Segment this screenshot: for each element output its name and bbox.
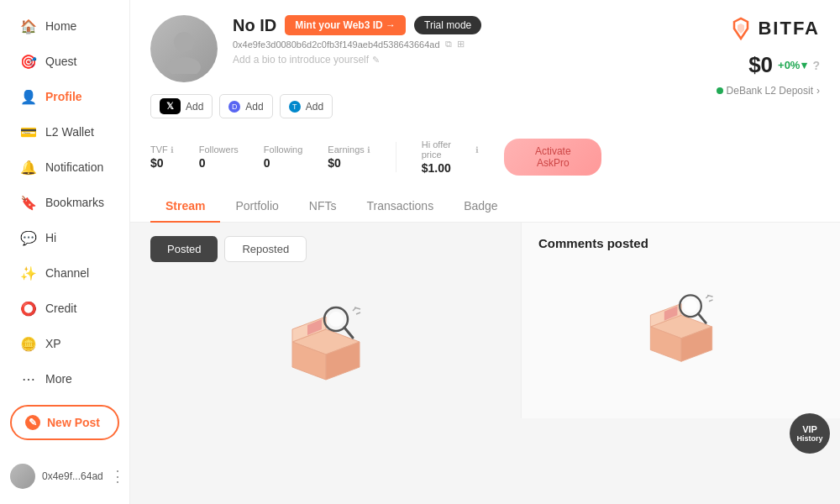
sidebar-item-notification-label: Notification xyxy=(45,160,103,174)
hi-icon: 💬 xyxy=(20,229,37,246)
earnings-info-icon[interactable]: ℹ xyxy=(367,145,370,155)
stat-tvf: TVF ℹ $0 xyxy=(150,144,174,170)
comments-empty-state xyxy=(538,264,823,390)
balance-row: $0 +0% ▾ ? xyxy=(748,52,820,78)
add-x-button[interactable]: 𝕏 Add xyxy=(150,94,213,118)
stat-following-label: Following xyxy=(264,144,302,155)
sidebar-item-hi[interactable]: 💬 Hi xyxy=(5,221,124,255)
bitfa-logo: BITFA xyxy=(727,15,820,42)
tab-stream[interactable]: Stream xyxy=(150,191,220,223)
sidebar-item-notification[interactable]: 🔔 Notification xyxy=(5,150,124,184)
profile-top: No ID Mint your Web3 ID → Trial mode 0x4… xyxy=(150,15,601,82)
sidebar-item-l2wallet-label: L2 Wallet xyxy=(45,125,94,139)
sidebar-item-profile-label: Profile xyxy=(45,90,82,103)
user-address-short: 0x4e9f...64ad xyxy=(42,470,103,482)
sidebar-item-home[interactable]: 🏠 Home xyxy=(5,9,124,43)
vip-label: VIP xyxy=(802,424,817,434)
activate-btn-label: Activate AskPro xyxy=(535,145,571,169)
tab-nfts[interactable]: NFTs xyxy=(294,191,352,223)
stat-hi-offer-label: Hi offer price ℹ xyxy=(422,139,480,160)
balance-help-icon[interactable]: ? xyxy=(812,59,820,72)
tab-portfolio[interactable]: Portfolio xyxy=(220,191,293,223)
user-footer[interactable]: 0x4e9f...64ad ⋮ xyxy=(0,457,129,496)
profile-address: 0x4e9fe3d0080b6d2c0fb3f149aeb4d538643664… xyxy=(233,39,601,50)
tab-transactions[interactable]: Transactions xyxy=(352,191,449,223)
comments-box-illustration xyxy=(635,281,727,373)
empty-box-illustration xyxy=(276,296,376,388)
mint-web3-id-button[interactable]: Mint your Web3 ID → xyxy=(285,15,406,35)
sidebar-item-bookmarks[interactable]: 🔖 Bookmarks xyxy=(5,186,124,219)
telegram-icon: T xyxy=(289,101,301,113)
vip-history-label: History xyxy=(796,434,822,443)
sidebar-item-channel-label: Channel xyxy=(45,266,89,280)
comments-panel: Comments posted xyxy=(521,223,840,418)
add-telegram-button[interactable]: T Add xyxy=(280,94,333,118)
debank-label: DeBank L2 Deposit xyxy=(727,85,813,97)
add-discord-label: Add xyxy=(245,101,263,113)
add-discord-button[interactable]: D Add xyxy=(219,94,272,118)
hi-offer-info-icon[interactable]: ℹ xyxy=(475,145,479,155)
user-menu-icon[interactable]: ⋮ xyxy=(110,467,125,486)
profile-info: No ID Mint your Web3 ID → Trial mode 0x4… xyxy=(233,15,601,66)
stat-hi-offer: Hi offer price ℹ $1.00 xyxy=(422,139,480,175)
change-arrow-icon: ▾ xyxy=(801,59,807,71)
sidebar-item-channel[interactable]: ✨ Channel xyxy=(5,256,124,290)
sidebar-item-quest[interactable]: 🎯 Quest xyxy=(5,45,124,78)
add-x-label: Add xyxy=(186,101,203,113)
filter-posted-button[interactable]: Posted xyxy=(150,236,218,262)
channel-icon: ✨ xyxy=(20,265,37,281)
svg-line-11 xyxy=(356,312,360,314)
profile-bio[interactable]: Add a bio to introduce yourself ✎ xyxy=(233,54,601,66)
svg-line-9 xyxy=(344,328,353,338)
new-post-icon: ✎ xyxy=(25,415,40,430)
debank-arrow-icon: › xyxy=(816,85,820,97)
x-icon: 𝕏 xyxy=(160,98,181,114)
stat-earnings-value: $0 xyxy=(328,156,370,170)
bio-placeholder-text: Add a bio to introduce yourself xyxy=(233,54,369,66)
tvf-info-icon[interactable]: ℹ xyxy=(171,145,174,155)
bitfa-logo-icon xyxy=(727,15,754,42)
svg-line-22 xyxy=(709,300,713,302)
stat-hi-offer-value: $1.00 xyxy=(422,161,480,175)
svg-point-1 xyxy=(167,57,201,74)
sidebar-item-profile[interactable]: 👤 Profile xyxy=(5,80,124,113)
activate-askpro-button[interactable]: Activate AskPro xyxy=(504,139,601,176)
stream-section: Posted Reposted xyxy=(130,223,521,418)
sidebar-item-more[interactable]: ⋯ More xyxy=(5,362,124,396)
profile-name: No ID xyxy=(233,16,276,35)
stream-empty-state xyxy=(150,279,501,405)
sidebar-item-xp[interactable]: 🪙 XP xyxy=(5,327,124,360)
svg-point-0 xyxy=(174,32,194,52)
content-area: Posted Reposted xyxy=(130,223,840,418)
profile-header-top: No ID Mint your Web3 ID → Trial mode 0x4… xyxy=(150,15,820,187)
tab-badge[interactable]: Badge xyxy=(449,191,512,223)
quest-icon: 🎯 xyxy=(20,53,37,70)
main-content: No ID Mint your Web3 ID → Trial mode 0x4… xyxy=(130,0,840,504)
sidebar-item-credit-label: Credit xyxy=(45,302,76,315)
l2wallet-icon: 💳 xyxy=(20,123,37,140)
stats-row: TVF ℹ $0 Followers 0 Following 0 xyxy=(150,130,601,187)
copy-icon[interactable]: ⧉ xyxy=(445,39,452,50)
debank-row[interactable]: DeBank L2 Deposit › xyxy=(717,85,820,97)
svg-point-19 xyxy=(683,299,697,313)
sidebar-item-l2wallet[interactable]: 💳 L2 Wallet xyxy=(5,115,124,149)
sidebar-item-bookmarks-label: Bookmarks xyxy=(45,196,104,209)
profile-icon: 👤 xyxy=(20,88,37,105)
profile-left: No ID Mint your Web3 ID → Trial mode 0x4… xyxy=(150,15,601,187)
mint-btn-label: Mint your Web3 ID → xyxy=(295,19,396,31)
discord-icon: D xyxy=(228,101,240,113)
add-telegram-label: Add xyxy=(306,101,323,113)
profile-header: No ID Mint your Web3 ID → Trial mode 0x4… xyxy=(130,0,840,223)
qr-icon[interactable]: ⊞ xyxy=(457,39,465,50)
stat-following: Following 0 xyxy=(264,144,302,170)
notification-icon: 🔔 xyxy=(20,159,37,176)
sidebar-item-credit[interactable]: ⭕ Credit xyxy=(5,291,124,325)
bitfa-text: BITFA xyxy=(758,18,820,39)
new-post-button[interactable]: ✎ New Post xyxy=(10,405,119,440)
stat-earnings-label: Earnings ℹ xyxy=(328,144,370,155)
filter-reposted-button[interactable]: Reposted xyxy=(224,236,307,262)
sidebar-item-more-label: More xyxy=(45,372,72,386)
profile-right: BITFA $0 +0% ▾ ? DeBank L2 Deposit › xyxy=(601,15,820,97)
bookmarks-icon: 🔖 xyxy=(20,194,37,211)
vip-history-badge[interactable]: VIP History xyxy=(790,413,830,454)
